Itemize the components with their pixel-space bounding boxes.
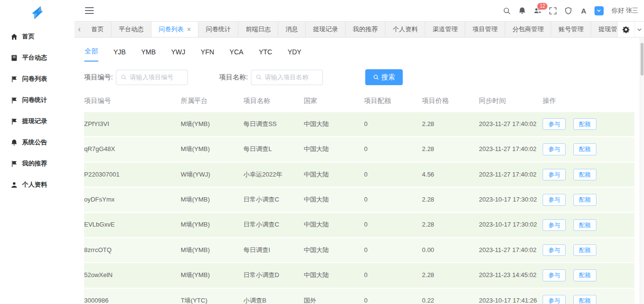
cell-price: 2.28 <box>422 263 479 288</box>
tab-item[interactable]: 分包商管理 × <box>505 22 551 37</box>
table-row: 3000986 T墙(YTC) 小调查B 国外 0 0.22 2023-10-1… <box>84 288 634 304</box>
cell-country: 中国大陆 <box>304 187 364 212</box>
filter-tab[interactable]: YFN <box>200 45 215 62</box>
project-id-input[interactable] <box>130 74 183 81</box>
cell-quota: 0 <box>364 288 422 304</box>
font-size-icon[interactable]: A <box>576 2 591 19</box>
cell-country: 中国大陆 <box>304 263 364 288</box>
cell-country: 中国大陆 <box>304 238 364 263</box>
vertical-scrollbar[interactable] <box>640 38 644 304</box>
sidebar-item[interactable]: 首页 <box>0 26 74 47</box>
filter-tab[interactable]: YWJ <box>171 45 186 62</box>
join-button[interactable]: 参与 <box>543 169 566 180</box>
filter-tab[interactable]: YMB <box>141 45 156 62</box>
filter-tab[interactable]: 全部 <box>84 44 99 62</box>
language-switch-icon[interactable] <box>591 2 607 19</box>
quota-button[interactable]: 配额 <box>573 295 596 304</box>
tab-item[interactable]: 我的推荐 × <box>346 22 385 37</box>
user-greeting[interactable]: 你好 张三 <box>611 6 638 15</box>
search-button[interactable]: 搜索 <box>365 69 403 85</box>
sidebar-item[interactable]: 我的推荐 <box>0 153 74 174</box>
cell-platform: M墙(YMB) <box>181 137 244 162</box>
tab-item[interactable]: 个人资料 × <box>385 22 425 37</box>
tab-item[interactable]: 首页 × <box>84 22 111 37</box>
quota-button[interactable]: 配额 <box>573 143 596 155</box>
tab-item[interactable]: 前端日志 × <box>238 22 278 37</box>
filter-tab[interactable]: YCA <box>229 45 244 62</box>
join-button[interactable]: 参与 <box>543 194 566 205</box>
column-header: 项目配额 <box>364 93 422 112</box>
cell-quota: 0 <box>364 213 422 238</box>
sidebar-item[interactable]: 个人资料 <box>0 174 74 195</box>
users-icon[interactable]: 12 <box>530 2 545 19</box>
cell-quota: 0 <box>364 112 422 137</box>
sidebar-item[interactable]: 系统公告 <box>0 132 74 153</box>
project-name-group: 项目名称: <box>219 70 323 85</box>
filter-tab[interactable]: YJB <box>113 45 126 62</box>
tabs-settings-gear-icon[interactable] <box>617 22 634 37</box>
column-header: 项目价格 <box>422 93 479 112</box>
cell-price: 2.28 <box>422 137 479 162</box>
column-header: 国家 <box>304 93 364 112</box>
tab-item[interactable]: 消息 × <box>278 22 306 37</box>
cell-country: 国外 <box>304 288 364 304</box>
join-button[interactable]: 参与 <box>543 143 566 155</box>
join-button[interactable]: 参与 <box>543 219 566 231</box>
search-icon[interactable] <box>499 2 514 19</box>
sidebar-item[interactable]: 平台动态 <box>0 47 74 68</box>
filter-tab[interactable]: YTC <box>258 45 272 62</box>
cell-actions: 参与 配额 <box>543 137 634 162</box>
tab-item[interactable]: 提现管理 × <box>591 22 617 37</box>
sidebar: 首页 平台动态 问卷列表 问卷统计 提现记录 系统公告 我的推荐 <box>0 0 74 304</box>
cell-sync-time: 2023-11-27 17:40:02 <box>479 112 543 137</box>
tab-item[interactable]: 问卷统计 × <box>198 22 238 37</box>
quota-button[interactable]: 配额 <box>573 244 596 256</box>
button-search-icon <box>373 74 379 80</box>
cell-project-id: ZPfYI3VI <box>84 112 181 137</box>
tab-item[interactable]: 项目管理 × <box>465 22 505 37</box>
tab-close-icon[interactable]: × <box>187 26 191 33</box>
project-name-input-wrap <box>251 70 323 85</box>
fullscreen-icon[interactable] <box>545 2 560 19</box>
cell-quota: 0 <box>364 162 422 187</box>
cell-country: 中国大陆 <box>304 213 364 238</box>
quota-button[interactable]: 配额 <box>573 169 596 180</box>
sidebar-item[interactable]: 提现记录 <box>0 111 74 132</box>
join-button[interactable]: 参与 <box>543 118 566 130</box>
join-button[interactable]: 参与 <box>543 269 566 281</box>
join-button[interactable]: 参与 <box>543 295 566 304</box>
hamburger-menu-icon[interactable] <box>84 6 95 15</box>
cell-quota: 0 <box>364 263 422 288</box>
tab-label: 个人资料 <box>393 25 418 34</box>
project-name-input[interactable] <box>265 74 318 81</box>
cell-project-name: 每日调查L <box>243 137 304 162</box>
tab-label: 提现管理 <box>598 25 617 34</box>
scrollbar-thumb[interactable] <box>641 43 644 76</box>
cell-quota: 0 <box>364 238 422 263</box>
join-button[interactable]: 参与 <box>543 244 566 256</box>
sidebar-item[interactable]: 问卷列表 <box>0 68 74 89</box>
cell-project-name: 小调查B <box>243 288 304 304</box>
quota-button[interactable]: 配额 <box>573 194 596 205</box>
tabs-dropdown-chevron-icon[interactable] <box>634 22 644 37</box>
tabs-scroll-left-icon[interactable] <box>74 22 84 37</box>
filter-tab[interactable]: YDY <box>287 45 302 62</box>
project-name-label: 项目名称: <box>219 73 248 82</box>
column-header: 操作 <box>543 93 634 112</box>
quota-button[interactable]: 配额 <box>573 219 596 231</box>
tab-item[interactable]: 渠道管理 × <box>425 22 465 37</box>
tab-item[interactable]: 提现记录 × <box>306 22 346 37</box>
quota-button[interactable]: 配额 <box>573 118 596 130</box>
project-id-group: 项目编号: <box>84 70 188 85</box>
tab-item[interactable]: 账号管理 × <box>551 22 591 37</box>
sidebar-item-label: 我的推荐 <box>22 159 47 168</box>
quota-button[interactable]: 配额 <box>573 269 596 281</box>
cell-actions: 参与 配额 <box>543 263 634 288</box>
cell-project-name: 日常小调查C <box>243 213 304 238</box>
tab-label: 项目管理 <box>472 25 497 34</box>
shield-icon[interactable] <box>560 2 576 19</box>
tab-item[interactable]: 问卷列表 × <box>151 22 198 37</box>
sidebar-item[interactable]: 问卷统计 <box>0 89 74 111</box>
tab-item[interactable]: 平台动态 × <box>111 22 151 37</box>
bell-icon[interactable] <box>514 2 530 19</box>
